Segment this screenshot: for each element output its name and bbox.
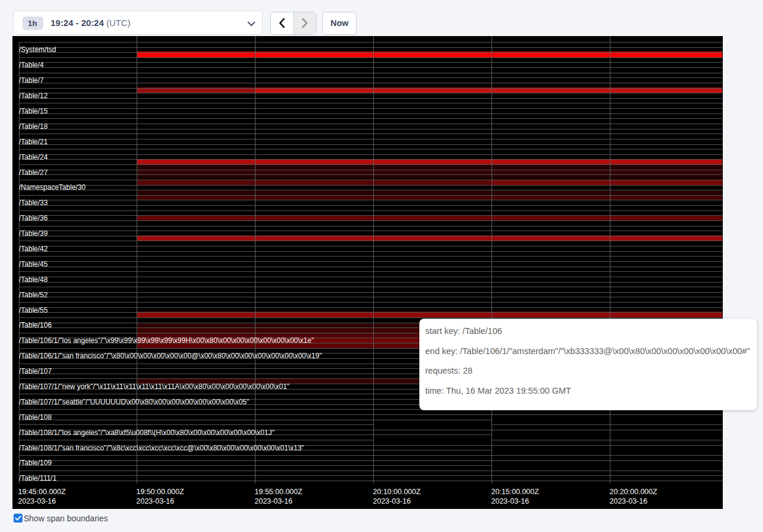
svg-text:/Table/108/1/"san francisco"/": /Table/108/1/"san francisco"/"\x8c\xcc\x… <box>19 444 304 452</box>
svg-text:/Table/36: /Table/36 <box>19 214 48 222</box>
svg-text:/Table/107/1/"seattle"/"UUUUUU: /Table/107/1/"seattle"/"UUUUUUD\x00\x80\… <box>19 398 249 406</box>
svg-text:2023-03-16: 2023-03-16 <box>137 497 174 505</box>
svg-text:/Table/24: /Table/24 <box>19 153 48 161</box>
svg-text:/Table/111/1: /Table/111/1 <box>19 474 57 482</box>
svg-text:/Table/107/1/"new york"/"\x11\: /Table/107/1/"new york"/"\x11\x11\x11\x1… <box>19 382 289 391</box>
svg-text:/Table/107: /Table/107 <box>19 367 52 375</box>
svg-text:/Table/21: /Table/21 <box>19 138 48 146</box>
svg-text:2023-03-16: 2023-03-16 <box>255 497 293 505</box>
svg-text:/Table/55: /Table/55 <box>19 306 48 314</box>
svg-text:/System/tsd: /System/tsd <box>19 46 56 54</box>
svg-text:2023-03-16: 2023-03-16 <box>492 497 529 505</box>
svg-text:/Table/45: /Table/45 <box>19 260 48 268</box>
svg-text:/Table/15: /Table/15 <box>19 107 48 115</box>
svg-text:/Table/33: /Table/33 <box>19 199 48 207</box>
svg-text:19:50:00.000Z: 19:50:00.000Z <box>137 488 185 496</box>
svg-text:/Table/27: /Table/27 <box>19 168 48 177</box>
svg-text:19:55:00.000Z: 19:55:00.000Z <box>255 488 303 496</box>
svg-text:/Table/7: /Table/7 <box>19 76 44 85</box>
svg-text:20:15:00.000Z: 20:15:00.000Z <box>492 488 539 496</box>
svg-text:/Table/106/1/"san francisco"/": /Table/106/1/"san francisco"/"\x80\x00\x… <box>19 352 322 360</box>
svg-text:/Table/39: /Table/39 <box>19 229 48 238</box>
svg-text:/Table/109: /Table/109 <box>19 459 52 467</box>
svg-text:2023-03-16: 2023-03-16 <box>610 497 648 505</box>
svg-text:/Table/42: /Table/42 <box>19 245 48 253</box>
svg-text:19:45:00.000Z: 19:45:00.000Z <box>18 488 66 496</box>
svg-text:/Table/18: /Table/18 <box>19 122 48 131</box>
svg-text:/Table/106/1/"los angeles"/"\x: /Table/106/1/"los angeles"/"\x99\x99\x99… <box>19 336 314 345</box>
svg-text:20:20:00.000Z: 20:20:00.000Z <box>610 488 658 496</box>
svg-text:/Table/4: /Table/4 <box>19 61 44 69</box>
svg-text:20:10:00.000Z: 20:10:00.000Z <box>373 488 421 496</box>
svg-text:/Table/48: /Table/48 <box>19 275 48 284</box>
svg-text:/Table/108: /Table/108 <box>19 413 52 421</box>
svg-text:/Table/106: /Table/106 <box>19 321 52 329</box>
svg-text:2023-03-16: 2023-03-16 <box>373 497 411 505</box>
svg-text:/Table/52: /Table/52 <box>19 291 48 299</box>
svg-text:2023-03-16: 2023-03-16 <box>18 497 56 505</box>
svg-text:/NamespaceTable/30: /NamespaceTable/30 <box>19 183 86 192</box>
svg-text:/Table/108/1/"los angeles"/"\x: /Table/108/1/"los angeles"/"\xa8\xf5\u00… <box>19 429 274 437</box>
svg-text:/Table/12: /Table/12 <box>19 92 48 100</box>
